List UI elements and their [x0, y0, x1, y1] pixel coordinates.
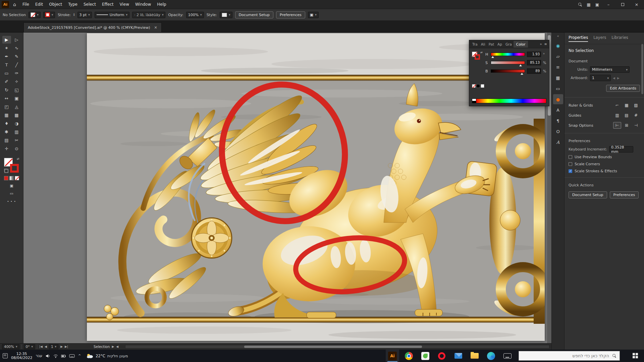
- hue-value-field[interactable]: 1.93: [527, 52, 541, 57]
- fill-stroke-controls[interactable]: ⇄: [4, 157, 19, 173]
- scale-strokes-effects-checkbox[interactable]: [569, 169, 572, 173]
- search-icon[interactable]: [578, 3, 582, 6]
- artboard-tool[interactable]: ▤: [2, 136, 11, 144]
- last-artboard-icon[interactable]: ▶|: [65, 345, 68, 348]
- document-tab[interactable]: AdobeStock_219157695 [Converted].ai* @ 4…: [23, 22, 162, 32]
- color-icon[interactable]: ●: [553, 94, 563, 104]
- edit-toolbar-ellipsis[interactable]: • • •: [7, 200, 16, 203]
- saturation-slider[interactable]: [491, 61, 525, 64]
- shape-builder-tool[interactable]: ◰: [2, 103, 11, 111]
- minimize-button[interactable]: –: [604, 2, 613, 7]
- stroke-weight-dropdown[interactable]: 3 pt▾: [77, 12, 92, 18]
- mail-taskbar-icon[interactable]: [451, 350, 465, 362]
- illustrator-taskbar-icon[interactable]: Ai: [386, 350, 399, 362]
- keyboard-icon[interactable]: [69, 354, 75, 358]
- scroll-right-icon[interactable]: ▶: [112, 345, 114, 348]
- swap-fill-stroke-icon[interactable]: ⇄: [17, 157, 19, 161]
- tab-libraries[interactable]: Libraries: [611, 35, 628, 42]
- paintbrush-tool[interactable]: ✑: [12, 69, 21, 77]
- gradient-mode-button[interactable]: [9, 176, 14, 180]
- gradient-tool[interactable]: ▩: [12, 111, 21, 119]
- units-dropdown[interactable]: Millimeters▾: [590, 66, 630, 73]
- stroke-color-dropdown[interactable]: ▾: [43, 12, 55, 18]
- stroke-proxy-swatch[interactable]: [475, 54, 480, 60]
- quick-action-document-setup-button[interactable]: Document Setup: [569, 191, 607, 198]
- rotate-tool[interactable]: ↻: [2, 86, 11, 94]
- perspective-grid-tool[interactable]: ◬: [12, 103, 21, 111]
- glyphs-icon[interactable]: A: [553, 137, 563, 147]
- default-fill-stroke-icon[interactable]: [4, 169, 7, 172]
- screen-mode-button[interactable]: ▭: [10, 191, 13, 196]
- menu-help[interactable]: Help: [154, 0, 169, 9]
- edge-taskbar-icon[interactable]: [484, 350, 498, 362]
- comments-icon[interactable]: ◉: [553, 41, 563, 51]
- battery-icon[interactable]: [61, 354, 66, 358]
- paragraph-icon[interactable]: ¶: [553, 116, 563, 126]
- blend-tool[interactable]: ◑: [12, 120, 21, 127]
- menu-window[interactable]: Window: [132, 0, 154, 9]
- saturation-value-field[interactable]: 85.13: [527, 60, 541, 65]
- shaper-tool[interactable]: ✧: [12, 78, 21, 85]
- document-setup-button[interactable]: Document Setup: [235, 11, 274, 18]
- snap-to-glyph-icon[interactable]: ⊣: [632, 122, 640, 129]
- hue-slider[interactable]: [491, 53, 525, 56]
- rotation-dropdown[interactable]: 0°▾: [24, 344, 35, 349]
- close-button[interactable]: ×: [632, 2, 641, 7]
- tab-gra[interactable]: Gra: [504, 41, 514, 48]
- ruler-icon[interactable]: ⌐: [613, 102, 621, 109]
- horizontal-scrollbar-thumb[interactable]: [244, 346, 422, 348]
- rectangle-tool[interactable]: ▭: [2, 69, 11, 77]
- spectrum-gradient[interactable]: [476, 99, 546, 103]
- action-center-icon[interactable]: [3, 353, 8, 358]
- brightness-value-field[interactable]: 89: [527, 68, 541, 74]
- tab-tra[interactable]: Tra: [471, 41, 479, 48]
- search-input[interactable]: [532, 353, 609, 358]
- restore-button[interactable]: [618, 2, 627, 7]
- horizontal-scrollbar[interactable]: [125, 345, 549, 349]
- lock-guides-icon[interactable]: ▤: [623, 112, 631, 119]
- stroke-swatch[interactable]: [10, 164, 19, 173]
- none-mode-button[interactable]: [15, 176, 19, 180]
- transparency-grid-icon[interactable]: ▨: [632, 102, 640, 109]
- tab-pat[interactable]: Pat: [487, 41, 496, 48]
- black-swatch[interactable]: [476, 84, 480, 88]
- first-artboard-icon[interactable]: |◀: [39, 345, 43, 348]
- mesh-tool[interactable]: ▦: [2, 111, 11, 119]
- type-tool[interactable]: T: [2, 61, 11, 69]
- pencil-tool[interactable]: ✐: [2, 78, 11, 85]
- scale-tool[interactable]: ◱: [12, 86, 21, 94]
- menu-effect[interactable]: Effect: [99, 0, 117, 9]
- white-swatch[interactable]: [481, 84, 484, 88]
- quick-action-preferences-button[interactable]: Preferences: [610, 191, 639, 198]
- tab-close-icon[interactable]: ✕: [154, 25, 157, 30]
- file-explorer-taskbar-icon[interactable]: [468, 350, 481, 362]
- arrange-documents-icon[interactable]: ▦: [587, 2, 590, 7]
- preferences-button[interactable]: Preferences: [276, 11, 305, 18]
- transform-icon[interactable]: ▱: [553, 51, 563, 61]
- symbol-sprayer-tool[interactable]: ✱: [2, 128, 11, 136]
- pen-tool[interactable]: ✒: [2, 53, 11, 60]
- collapse-panels-icon[interactable]: «: [557, 33, 559, 41]
- next-artboard-icon[interactable]: ▶: [617, 76, 620, 80]
- next-artboard-icon[interactable]: ▶: [60, 345, 63, 348]
- edit-artboards-button[interactable]: Edit Artboards: [606, 85, 640, 92]
- black-white-swatches[interactable]: [472, 99, 476, 103]
- touch-keyboard-taskbar-icon[interactable]: [501, 350, 514, 362]
- hidden-icons-chevron[interactable]: ^: [78, 354, 81, 358]
- free-transform-tool[interactable]: ▣: [12, 95, 21, 102]
- scale-corners-checkbox[interactable]: [569, 162, 572, 166]
- chrome-taskbar-icon[interactable]: [402, 350, 416, 362]
- workspace-switcher-icon[interactable]: ▣: [595, 2, 599, 7]
- menu-edit[interactable]: Edit: [32, 0, 46, 9]
- hand-tool[interactable]: ✛: [2, 145, 11, 153]
- taskbar-search[interactable]: [519, 351, 620, 361]
- menu-type[interactable]: Type: [65, 0, 80, 9]
- slice-tool[interactable]: ✂: [12, 136, 21, 144]
- opacity-dropdown[interactable]: 100%▾: [186, 12, 204, 18]
- previous-artboard-icon[interactable]: ◀: [45, 345, 47, 348]
- color-spectrum-bar[interactable]: [472, 99, 546, 103]
- menu-file[interactable]: File: [19, 0, 32, 9]
- selection-tool[interactable]: ▶: [2, 36, 11, 44]
- width-tool[interactable]: ↔: [2, 95, 11, 102]
- style-dropdown[interactable]: ▾: [220, 12, 232, 18]
